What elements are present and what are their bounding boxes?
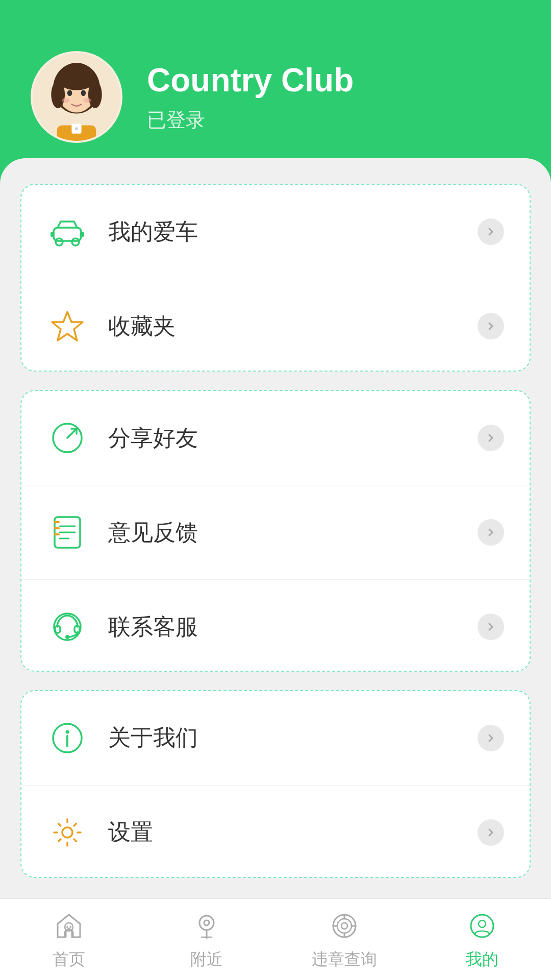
bottom-nav: 首页 附近 违章查询 — [0, 898, 551, 980]
settings-label: 设置 — [108, 817, 478, 847]
violation-nav-label: 违章查询 — [312, 948, 377, 971]
svg-point-43 — [337, 919, 352, 933]
share-icon — [47, 418, 88, 458]
mine-nav-label: 我的 — [466, 948, 498, 971]
feedback-icon — [47, 512, 88, 553]
svg-rect-16 — [51, 232, 55, 237]
menu-item-favorites[interactable]: 收藏夹 — [21, 279, 530, 372]
card-2: 分享好友 意见反馈 — [20, 390, 531, 671]
svg-point-6 — [67, 90, 72, 96]
nav-home[interactable]: 首页 — [0, 909, 138, 971]
share-chevron — [478, 425, 504, 451]
support-chevron — [478, 614, 504, 640]
home-nav-label: 首页 — [53, 948, 85, 971]
svg-point-34 — [62, 827, 72, 838]
svg-point-9 — [83, 98, 91, 103]
nav-nearby[interactable]: 附近 — [138, 909, 276, 971]
mine-icon — [465, 909, 499, 943]
nav-violation[interactable]: 违章查询 — [276, 909, 413, 971]
menu-item-support[interactable]: 联系客服 — [21, 580, 530, 671]
svg-marker-18 — [52, 312, 83, 340]
svg-point-7 — [81, 90, 86, 96]
svg-point-50 — [479, 920, 486, 927]
svg-point-39 — [204, 920, 209, 925]
location-icon — [189, 909, 224, 943]
star-icon — [47, 306, 88, 347]
favorites-chevron — [478, 313, 504, 339]
nearby-nav-label: 附近 — [190, 948, 223, 971]
feedback-chevron — [478, 519, 504, 546]
menu-item-feedback[interactable]: 意见反馈 — [21, 485, 530, 580]
svg-point-32 — [66, 730, 69, 733]
main-content: 我的爱车 收藏夹 — [0, 158, 551, 898]
user-name: Country Club — [147, 61, 354, 99]
feedback-label: 意见反馈 — [108, 518, 478, 548]
user-status: 已登录 — [147, 107, 354, 133]
about-label: 关于我们 — [108, 723, 478, 753]
info-icon — [47, 718, 88, 758]
support-icon — [47, 606, 88, 647]
svg-point-44 — [341, 923, 347, 929]
about-chevron — [478, 725, 504, 751]
menu-item-share[interactable]: 分享好友 — [21, 391, 530, 485]
menu-item-about[interactable]: 关于我们 — [21, 691, 530, 786]
car-icon — [47, 211, 88, 252]
my-car-label: 我的爱车 — [108, 217, 478, 247]
violation-icon — [327, 909, 362, 943]
svg-point-12 — [75, 127, 78, 130]
svg-point-38 — [199, 916, 214, 930]
header: Country Club 已登录 — [0, 0, 551, 184]
settings-chevron — [478, 819, 504, 846]
svg-point-8 — [62, 98, 69, 103]
favorites-label: 收藏夹 — [108, 311, 478, 341]
svg-rect-17 — [80, 232, 84, 237]
svg-point-14 — [56, 238, 63, 246]
menu-item-my-car[interactable]: 我的爱车 — [21, 185, 530, 279]
svg-point-30 — [65, 635, 69, 639]
svg-point-5 — [57, 67, 96, 90]
svg-point-36 — [67, 925, 68, 927]
share-label: 分享好友 — [108, 423, 478, 453]
card-3: 关于我们 设置 — [20, 690, 531, 878]
settings-icon — [47, 812, 88, 853]
user-info: Country Club 已登录 — [147, 61, 354, 133]
my-car-chevron — [478, 218, 504, 245]
svg-point-49 — [471, 915, 493, 937]
menu-item-settings[interactable]: 设置 — [21, 786, 530, 878]
home-icon — [52, 909, 86, 943]
avatar — [31, 51, 122, 143]
svg-point-37 — [70, 925, 71, 927]
support-label: 联系客服 — [108, 612, 478, 642]
svg-point-15 — [72, 238, 79, 246]
nav-mine[interactable]: 我的 — [413, 909, 551, 971]
card-1: 我的爱车 收藏夹 — [20, 184, 531, 372]
